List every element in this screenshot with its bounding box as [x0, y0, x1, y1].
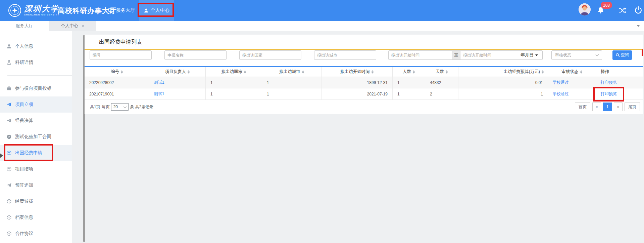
sort-icon[interactable] [542, 70, 544, 74]
th-people-count[interactable]: 人数 [393, 67, 425, 77]
cell-start-date: 2021-07-19 [321, 88, 393, 100]
start-date-from-input[interactable] [388, 50, 452, 60]
th-project-leader[interactable]: 项目负责人 [149, 67, 206, 77]
power-icon[interactable] [634, 6, 643, 14]
start-date-to-input[interactable] [460, 50, 516, 60]
cell-days: 44832 [425, 77, 458, 88]
print-preview-link[interactable]: 打印预览 [601, 80, 617, 85]
th-city[interactable]: 拟出访城市 [262, 67, 321, 77]
date-to-label: 至 [452, 50, 460, 60]
table-row: 20220928002 测试1 1 1 1899-12-31 1 44832 0… [85, 77, 643, 88]
sidebar-item-label: 科研详情 [15, 59, 33, 66]
search-button[interactable]: 查询 [612, 50, 632, 60]
cell-budget: 0.01 [458, 77, 548, 88]
sidebar-item-test-processing-contract[interactable]: 测试化验加工合同 [0, 129, 72, 145]
notification-badge: 168 [601, 2, 612, 9]
city-filter-input[interactable] [314, 50, 376, 60]
nav-personal-label: 个人中心 [151, 7, 169, 13]
review-status-link[interactable]: 学校通过 [553, 80, 569, 85]
pages-total-text: 共1页 [90, 104, 100, 110]
per-page-label: 每页 [102, 104, 110, 110]
sort-icon[interactable] [302, 70, 304, 74]
sort-icon[interactable] [371, 70, 374, 74]
nav-service-label: 服务大厅 [116, 7, 135, 13]
sort-icon[interactable] [580, 70, 582, 74]
first-page-button[interactable]: 首页 [575, 103, 590, 111]
shuffle-icon[interactable] [618, 6, 627, 14]
th-budget[interactable]: 出访经费预算(万元) [458, 67, 548, 77]
th-country[interactable]: 拟出访国家 [206, 67, 262, 77]
tabbar-collapse-icon[interactable] [637, 25, 640, 27]
applications-table: 编号 项目负责人 拟出访国家 拟出访城市 拟出访开始时间 人数 天数 出访经费预… [85, 66, 643, 100]
tab-service-hall[interactable]: 服务大厅 [0, 21, 49, 31]
content-card: 出国经费申请列表 至 年月日 审核状态 查询 [85, 35, 643, 114]
th-id[interactable]: 编号 [85, 67, 149, 77]
th-days[interactable]: 天数 [425, 67, 458, 77]
cell-city: 1 [262, 88, 321, 100]
cell-city: 1 [262, 77, 321, 88]
send-icon [7, 183, 11, 188]
nav-item-personal-center[interactable]: 个人中心 [139, 0, 174, 21]
cell-country: 1 [206, 77, 262, 88]
sidebar-item-budget-addition[interactable]: 预算追加 [0, 177, 72, 193]
date-format-toggle[interactable]: 年月日 [516, 50, 543, 60]
page-size-value: 20 [113, 105, 118, 109]
last-page-button[interactable]: 尾页 [625, 103, 640, 111]
pagination-bar: 共1页 每页 20 条 共2条记录 首页 « 1 » 尾页 [85, 99, 643, 114]
id-filter-input[interactable] [90, 50, 152, 60]
table-header-row: 编号 项目负责人 拟出访国家 拟出访城市 拟出访开始时间 人数 天数 出访经费预… [85, 67, 643, 77]
pagination-summary: 共1页 每页 20 条 共2条记录 [90, 103, 153, 111]
sidebar-item-personal-info[interactable]: 个人信息 [0, 38, 72, 54]
current-page-button[interactable]: 1 [603, 103, 612, 111]
nav-item-service-hall[interactable]: 服务大厅 [103, 0, 140, 21]
sidebar-item-label: 个人信息 [15, 43, 33, 49]
sidebar-item-label: 预算追加 [15, 182, 33, 188]
page-title: 出国经费申请列表 [99, 39, 142, 46]
university-seal-icon [8, 4, 21, 17]
sidebar-item-cooperation-agreement[interactable]: 合作协议 [0, 226, 72, 242]
tab-personal-center[interactable]: 个人中心 × [49, 21, 96, 31]
sort-icon[interactable] [244, 70, 246, 74]
university-logo: 深圳大学 SHENZHEN UNIVERSITY [8, 4, 59, 17]
print-preview-link[interactable]: 打印预览 [601, 91, 617, 97]
next-page-button[interactable]: » [614, 103, 623, 111]
status-select-placeholder: 审核状态 [555, 52, 571, 58]
project-leader-link[interactable]: 测试1 [154, 80, 164, 85]
sort-icon[interactable] [413, 70, 415, 74]
country-filter-input[interactable] [239, 50, 301, 60]
cell-id: 20210719001 [85, 88, 149, 100]
search-button-label: 查询 [621, 52, 629, 58]
box-icon [7, 167, 11, 171]
university-name: 深圳大学 [24, 5, 59, 13]
prev-page-button[interactable]: « [592, 103, 601, 111]
sort-icon[interactable] [446, 70, 448, 74]
cell-people-count: 1 [393, 77, 425, 88]
review-status-link[interactable]: 学校通过 [553, 91, 569, 97]
cell-days: 2 [425, 88, 458, 100]
sidebar-item-project-initiation[interactable]: 项目立项 [0, 96, 72, 113]
sidebar-item-research-detail[interactable]: 科研详情 [0, 54, 72, 71]
page-size-select[interactable]: 20 [111, 103, 129, 111]
project-leader-link[interactable]: 测试1 [154, 91, 164, 97]
sidebar-item-project-closure[interactable]: 项目结项 [0, 161, 72, 177]
tab-close-icon[interactable]: × [82, 24, 84, 29]
sidebar-item-funds-settlement[interactable]: 经费决算 [0, 113, 72, 129]
cell-people-count: 1 [393, 88, 425, 100]
sidebar-item-horizontal-bidding[interactable]: 参与横向项目投标 [0, 80, 72, 96]
application-name-filter-input[interactable] [164, 50, 227, 60]
th-review-status[interactable]: 审核状态 [548, 67, 596, 77]
sidebar-item-label: 参与横向项目投标 [15, 85, 51, 91]
sidebar-item-abroad-funding-application[interactable]: 出国经费申请 [0, 145, 72, 161]
send-icon [7, 102, 11, 107]
sidebar-item-label: 合作协议 [15, 231, 33, 237]
sort-icon[interactable] [121, 70, 123, 74]
avatar-image [579, 3, 591, 15]
th-start-date[interactable]: 拟出访开始时间 [321, 67, 393, 77]
sidebar-item-archive-info[interactable]: 档案信息 [0, 209, 72, 226]
sidebar-item-funds-transfer[interactable]: 经费转拨 [0, 193, 72, 209]
sort-icon[interactable] [188, 70, 190, 74]
sidebar-item-label: 经费转拨 [15, 198, 33, 204]
status-select[interactable]: 审核状态 [551, 50, 602, 60]
sidebar-item-label: 项目立项 [15, 102, 33, 108]
user-avatar[interactable] [579, 3, 591, 15]
